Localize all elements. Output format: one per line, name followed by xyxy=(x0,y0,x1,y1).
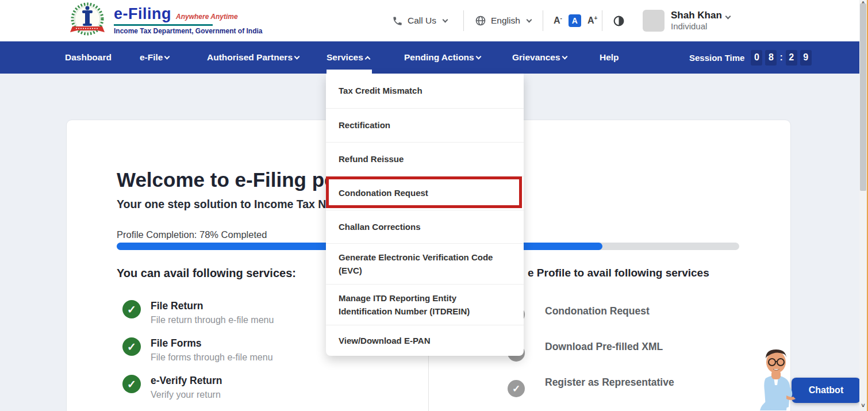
session-digit: 9 xyxy=(800,50,812,66)
check-icon: ✓ xyxy=(508,380,525,397)
nav-item-grievances[interactable]: Grievances xyxy=(512,41,567,74)
session-digit: 8 xyxy=(765,50,777,66)
menu-item-manage-itdrein[interactable]: Manage ITD Reporting Entity Identificati… xyxy=(326,284,524,325)
menu-item-view-download-epan[interactable]: View/Download E-PAN xyxy=(326,325,524,356)
nav-item-help[interactable]: Help xyxy=(600,41,619,74)
main-navbar: Dashboard e-File Authorised Partners Ser… xyxy=(0,41,868,74)
session-colon: : xyxy=(779,52,782,63)
menu-item-refund-reissue[interactable]: Refund Reissue xyxy=(326,142,524,176)
right-services-heading: e Profile to avail following services xyxy=(528,267,709,279)
session-timer: Session Time 0 8 : 2 9 xyxy=(689,41,812,74)
user-menu[interactable]: Shah Khan Individual xyxy=(643,0,730,41)
scroll-down-arrow[interactable]: ˅ xyxy=(859,402,867,408)
efiling-wordmark: e-Filing xyxy=(114,5,171,23)
chevron-down-icon xyxy=(526,17,532,22)
chevron-down-icon xyxy=(475,53,481,59)
font-decrease-button[interactable]: A- xyxy=(554,15,562,26)
top-header: e-Filing Anywhere Anytime Income Tax Dep… xyxy=(0,0,868,41)
session-digit: 2 xyxy=(786,50,797,66)
header-divider xyxy=(463,10,464,31)
menu-item-condonation-request[interactable]: Condonation Request xyxy=(326,176,524,210)
check-icon: ✓ xyxy=(122,337,141,356)
language-label: English xyxy=(491,16,520,26)
service-description: File forms through e-file menu xyxy=(151,352,273,363)
active-nav-connector xyxy=(327,70,372,74)
service-item-everify-return: ✓ e-Verify Return Verify your return xyxy=(122,375,222,400)
welcome-title: Welcome to e-Filing po xyxy=(117,168,336,191)
header-divider xyxy=(543,10,543,31)
user-avatar xyxy=(643,10,665,32)
service-description: Verify your return xyxy=(151,390,222,400)
service-title: File Return xyxy=(151,300,274,312)
chatbot-button[interactable]: Chatbot xyxy=(792,378,861,403)
globe-icon xyxy=(475,15,486,26)
nav-item-dashboard[interactable]: Dashboard xyxy=(65,41,112,74)
user-role: Individual xyxy=(671,21,730,32)
service-title: e-Verify Return xyxy=(151,375,222,387)
brand-divider xyxy=(114,24,213,26)
phone-icon xyxy=(392,16,403,26)
scrollbar[interactable]: ˄ ˅ xyxy=(859,0,867,411)
brand-department: Income Tax Department, Government of Ind… xyxy=(114,27,263,35)
nav-item-pending-actions[interactable]: Pending Actions xyxy=(404,41,481,74)
right-service-condonation: Condonation Request xyxy=(545,305,650,317)
language-menu[interactable]: English xyxy=(475,0,531,41)
services-dropdown-menu: Tax Credit Mismatch Rectification Refund… xyxy=(326,74,524,356)
menu-item-tax-credit-mismatch[interactable]: Tax Credit Mismatch xyxy=(326,74,524,108)
brand-tagline: Anywhere Anytime xyxy=(176,13,238,21)
session-digit: 0 xyxy=(751,50,762,66)
income-tax-emblem-icon xyxy=(68,2,107,38)
chevron-down-icon xyxy=(562,53,567,59)
menu-item-rectification[interactable]: Rectification xyxy=(326,108,524,142)
check-icon: ✓ xyxy=(122,300,141,318)
profile-completion-label: Profile Completion: 78% Completed xyxy=(117,229,267,240)
contrast-toggle[interactable] xyxy=(613,0,625,41)
chevron-up-icon xyxy=(364,56,370,62)
chevron-down-icon xyxy=(443,17,448,22)
right-service-representative: Register as Representative xyxy=(545,377,674,389)
service-item-file-return: ✓ File Return File return through e-file… xyxy=(122,300,274,325)
nav-item-authorised-partners[interactable]: Authorised Partners xyxy=(207,41,299,74)
menu-item-challan-corrections[interactable]: Challan Corrections xyxy=(326,210,524,243)
service-item-file-forms: ✓ File Forms File forms through e-file m… xyxy=(122,337,273,363)
nav-item-services[interactable]: Services xyxy=(327,41,370,74)
service-description: File return through e-file menu xyxy=(151,315,274,325)
chevron-down-icon xyxy=(164,53,170,59)
contrast-icon xyxy=(613,15,625,27)
chevron-down-icon xyxy=(294,53,300,59)
brand-logo[interactable]: e-Filing Anywhere Anytime Income Tax Dep… xyxy=(68,2,263,38)
chevron-down-icon xyxy=(725,14,731,20)
font-normal-button[interactable]: A xyxy=(569,14,581,27)
chatbot-avatar xyxy=(751,343,801,411)
call-us-menu[interactable]: Call Us xyxy=(392,0,447,41)
check-icon: ✓ xyxy=(122,375,141,393)
call-us-label: Call Us xyxy=(408,16,436,26)
nav-item-efile[interactable]: e-File xyxy=(140,41,169,74)
session-time-label: Session Time xyxy=(689,53,744,63)
left-services-heading: You can avail following services: xyxy=(117,267,296,280)
scrollbar-thumb[interactable] xyxy=(860,3,866,191)
right-service-prefilled-xml: Download Pre-filled XML xyxy=(545,341,663,353)
user-name: Shah Khan xyxy=(671,9,730,21)
font-increase-button[interactable]: A+ xyxy=(587,15,597,26)
menu-item-generate-evc[interactable]: Generate Electronic Verification Code (E… xyxy=(326,243,524,284)
service-title: File Forms xyxy=(151,337,273,349)
welcome-subtitle: Your one step solution to Income Tax Ne xyxy=(117,198,332,211)
header-divider xyxy=(602,10,602,31)
font-size-controls: A- A A+ xyxy=(554,0,597,41)
